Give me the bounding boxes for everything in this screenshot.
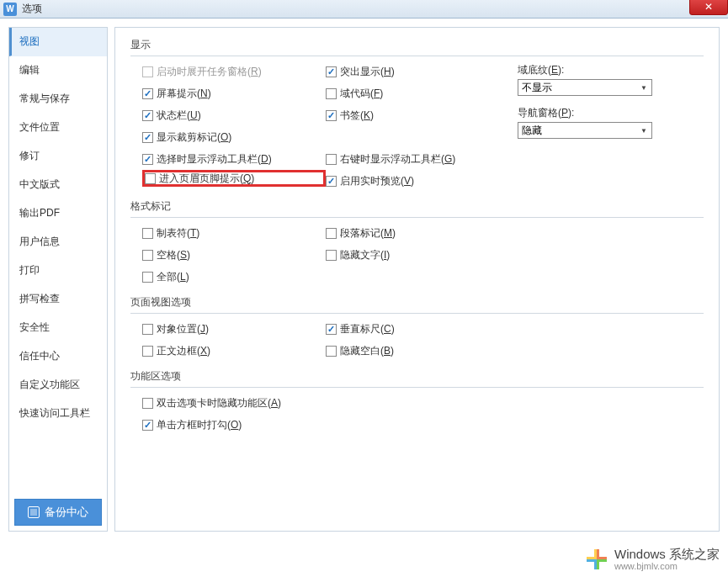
checkbox-icon[interactable] (326, 110, 337, 121)
checkbox-option[interactable]: 右键时显示浮动工具栏(G) (326, 151, 518, 167)
field-shading-dropdown[interactable]: 不显示▼ (518, 79, 652, 96)
nav-pane-value: 隐藏 (522, 124, 542, 138)
checkbox-icon[interactable] (326, 324, 337, 335)
checkbox-label: 对象位置(J) (157, 322, 209, 336)
checkbox-option[interactable]: 垂直标尺(C) (326, 320, 518, 337)
checkbox-label: 书签(K) (340, 109, 374, 123)
sidebar-item-7[interactable]: 用户信息 (9, 228, 107, 257)
app-icon: W (3, 3, 17, 16)
checkbox-icon[interactable] (142, 346, 153, 357)
sidebar-item-12[interactable]: 自定义功能区 (9, 371, 107, 400)
checkbox-icon[interactable] (142, 272, 153, 283)
checkbox-icon[interactable] (326, 346, 337, 357)
checkbox-label: 状态栏(U) (157, 109, 201, 123)
field-shading-label: 域底纹(E): (518, 63, 669, 77)
checkbox-icon[interactable] (142, 324, 153, 335)
sidebar-item-6[interactable]: 输出PDF (9, 199, 107, 228)
checkbox-label: 突出显示(H) (340, 65, 395, 79)
checkbox-option[interactable]: 启用实时预览(V) (326, 172, 518, 189)
checkbox-icon[interactable] (142, 66, 153, 77)
checkbox-icon[interactable] (142, 250, 153, 261)
sidebar-item-11[interactable]: 信任中心 (9, 342, 107, 371)
sidebar-item-9[interactable]: 拼写检查 (9, 285, 107, 314)
checkbox-option[interactable]: 屏幕提示(N) (142, 85, 326, 102)
checkbox-option[interactable]: 隐藏空白(B) (326, 342, 518, 359)
sidebar-item-0[interactable]: 视图 (9, 28, 107, 56)
checkbox-label: 选择时显示浮动工具栏(D) (157, 152, 272, 167)
checkbox-label: 启用实时预览(V) (340, 174, 414, 188)
checkbox-label: 右键时显示浮动工具栏(G) (340, 152, 455, 167)
checkbox-option[interactable]: 段落标记(M) (326, 225, 518, 241)
nav-pane-label: 导航窗格(P): (518, 106, 669, 120)
sidebar-item-8[interactable]: 打印 (9, 257, 107, 285)
sidebar-item-10[interactable]: 安全性 (9, 314, 107, 342)
checkbox-icon[interactable] (142, 398, 153, 409)
checkbox-icon[interactable] (326, 66, 337, 77)
checkbox-label: 单击方框时打勾(O) (157, 418, 242, 432)
checkbox-label: 全部(L) (157, 270, 189, 284)
checkbox-icon[interactable] (142, 228, 153, 239)
sidebar-item-3[interactable]: 文件位置 (9, 114, 107, 142)
checkbox-option[interactable]: 正文边框(X) (142, 342, 326, 359)
chevron-down-icon: ▼ (638, 82, 650, 93)
checkbox-option[interactable]: 空格(S) (142, 246, 326, 263)
window-title: 选项 (22, 2, 42, 16)
section-page-view: 页面视图选项 对象位置(J)正文边框(X) 垂直标尺(C)隐藏空白(B) (130, 295, 704, 359)
checkbox-option[interactable]: 对象位置(J) (142, 320, 326, 337)
checkbox-label: 制表符(T) (157, 226, 199, 241)
checkbox-option[interactable]: 全部(L) (142, 268, 326, 285)
section-ribbon: 功能区选项 双击选项卡时隐藏功能区(A)单击方框时打勾(O) (130, 369, 704, 433)
checkbox-label: 域代码(F) (340, 87, 383, 101)
field-shading-value: 不显示 (522, 81, 552, 95)
backup-icon (28, 506, 40, 518)
sidebar: 视图编辑常规与保存文件位置修订中文版式输出PDF用户信息打印拼写检查安全性信任中… (8, 27, 108, 532)
chevron-down-icon: ▼ (638, 124, 650, 136)
sidebar-item-1[interactable]: 编辑 (9, 56, 107, 85)
checkbox-icon[interactable] (142, 88, 153, 99)
main-container: 视图编辑常规与保存文件位置修订中文版式输出PDF用户信息打印拼写检查安全性信任中… (0, 19, 728, 540)
close-icon: ✕ (704, 1, 713, 13)
windows-logo-icon (584, 547, 609, 572)
checkbox-option[interactable]: 进入页眉页脚提示(Q) (142, 170, 326, 187)
checkbox-label: 段落标记(M) (340, 226, 396, 241)
checkbox-icon[interactable] (142, 420, 153, 431)
checkbox-option[interactable]: 制表符(T) (142, 225, 326, 241)
checkbox-icon[interactable] (326, 228, 337, 239)
checkbox-icon[interactable] (142, 132, 153, 143)
section-display: 显示 启动时展开任务窗格(R)屏幕提示(N)状态栏(U)显示裁剪标记(O)选择时… (130, 38, 704, 189)
content-panel: 显示 启动时展开任务窗格(R)屏幕提示(N)状态栏(U)显示裁剪标记(O)选择时… (114, 27, 720, 532)
checkbox-icon[interactable] (142, 154, 153, 165)
sidebar-item-4[interactable]: 修订 (9, 142, 107, 171)
sidebar-item-2[interactable]: 常规与保存 (9, 85, 107, 114)
checkbox-icon[interactable] (326, 250, 337, 261)
sidebar-item-13[interactable]: 快速访问工具栏 (9, 400, 107, 428)
checkbox-option[interactable]: 启动时展开任务窗格(R) (142, 63, 326, 80)
checkbox-icon[interactable] (145, 173, 156, 184)
section-format-marks: 格式标记 制表符(T)空格(S)全部(L) 段落标记(M)隐藏文字(I) (130, 199, 704, 285)
watermark: Windows 系统之家 www.bjmlv.com (584, 547, 720, 572)
nav-pane-dropdown[interactable]: 隐藏▼ (518, 122, 652, 139)
checkbox-icon[interactable] (326, 88, 337, 99)
checkbox-option[interactable]: 显示裁剪标记(O) (142, 129, 326, 146)
checkbox-option[interactable]: 隐藏文字(I) (326, 246, 518, 263)
checkbox-icon[interactable] (326, 154, 337, 165)
checkbox-icon[interactable] (142, 110, 153, 121)
sidebar-item-5[interactable]: 中文版式 (9, 171, 107, 199)
section-title-pageview: 页面视图选项 (130, 295, 704, 314)
checkbox-icon[interactable] (326, 176, 337, 187)
checkbox-option[interactable]: 双击选项卡时隐藏功能区(A) (142, 394, 467, 411)
checkbox-option[interactable]: 选择时显示浮动工具栏(D) (142, 151, 326, 167)
backup-center-button[interactable]: 备份中心 (14, 499, 102, 526)
watermark-title: Windows 系统之家 (614, 548, 720, 562)
checkbox-option[interactable]: 域代码(F) (326, 85, 518, 102)
backup-label: 备份中心 (45, 505, 88, 520)
close-button[interactable]: ✕ (689, 0, 728, 15)
checkbox-label: 屏幕提示(N) (157, 87, 211, 101)
checkbox-option[interactable]: 单击方框时打勾(O) (142, 416, 467, 433)
checkbox-label: 空格(S) (157, 248, 190, 262)
checkbox-option[interactable]: 书签(K) (326, 107, 518, 124)
section-title-ribbon: 功能区选项 (130, 369, 704, 388)
checkbox-option[interactable]: 状态栏(U) (142, 107, 326, 124)
checkbox-option[interactable]: 突出显示(H) (326, 63, 518, 80)
section-title-display: 显示 (130, 38, 704, 56)
